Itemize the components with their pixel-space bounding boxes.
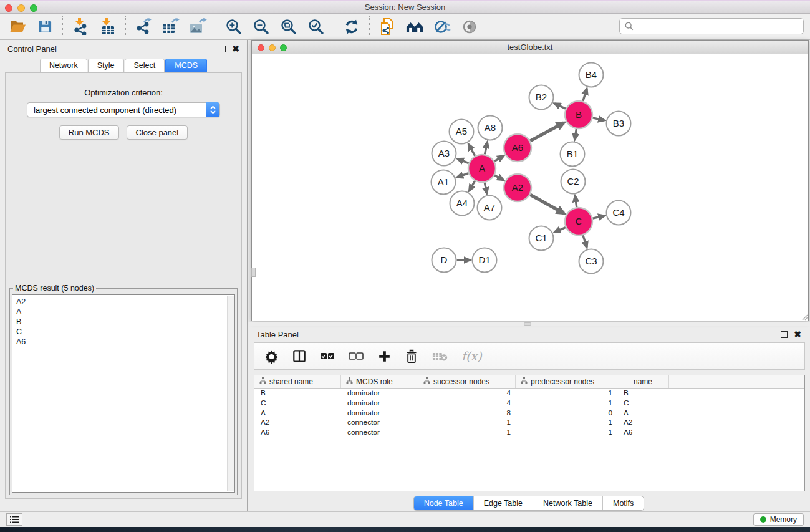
node-B3[interactable]: B3 (607, 112, 631, 136)
network-canvas[interactable]: B4B2BB3A8A5A6A3B1AC2A1A2A4A7C4CC1C3DD1 (252, 54, 808, 321)
cell-mcds_role[interactable]: connector (341, 428, 418, 438)
toggle-columns-icon[interactable] (292, 348, 306, 364)
tab-motifs[interactable]: Motifs (603, 496, 644, 510)
first-neighbors-icon[interactable] (406, 18, 423, 36)
node-A2[interactable]: A2 (504, 174, 531, 201)
edge-B-B1[interactable] (575, 129, 577, 140)
search-box[interactable] (619, 18, 804, 34)
cell-successor_nodes[interactable]: 1 (418, 418, 516, 428)
column-header-predecessor-nodes[interactable]: predecessor nodes (516, 375, 617, 388)
cell-name[interactable]: A6 (617, 428, 669, 438)
table-row[interactable]: Cdominator41C (254, 399, 804, 409)
cell-name[interactable]: C (617, 399, 669, 409)
edge-C-C3[interactable] (583, 235, 587, 248)
save-session-icon[interactable] (36, 18, 54, 36)
result-item[interactable]: A6 (16, 337, 231, 347)
memory-button[interactable]: Memory (753, 513, 804, 526)
edge-C-C4[interactable] (592, 216, 604, 218)
cell-name[interactable]: B (617, 389, 669, 399)
node-A4[interactable]: A4 (450, 191, 475, 216)
tab-select[interactable]: Select (125, 59, 165, 72)
edge-A-A7[interactable] (485, 183, 486, 193)
cell-predecessor_nodes[interactable]: 0 (516, 409, 617, 418)
cell-shared_name[interactable]: B (254, 389, 341, 399)
node-C3[interactable]: C3 (579, 249, 604, 274)
edge-A-A8[interactable] (485, 142, 488, 154)
export-image-icon[interactable] (190, 18, 207, 36)
cell-shared_name[interactable]: A2 (254, 418, 341, 428)
import-network-icon[interactable] (72, 18, 89, 36)
node-A[interactable]: A (468, 155, 496, 182)
cell-shared_name[interactable]: C (254, 399, 341, 409)
cell-predecessor_nodes[interactable]: 1 (516, 428, 617, 438)
splitter-grip[interactable] (524, 322, 531, 326)
edge-C-C2[interactable] (575, 196, 577, 207)
close-panel-icon[interactable]: ✖ (232, 46, 239, 52)
close-panel-button[interactable]: Close panel (127, 125, 188, 140)
tab-network[interactable]: Network (40, 59, 87, 72)
search-input[interactable] (637, 22, 798, 31)
export-network-icon[interactable] (135, 18, 152, 36)
node-table[interactable]: shared nameMCDS rolesuccessor nodesprede… (254, 375, 805, 491)
table-row[interactable]: Bdominator41B (254, 389, 804, 399)
float-panel-icon[interactable] (219, 46, 226, 52)
import-table-icon[interactable] (99, 18, 117, 36)
zoom-window-button[interactable] (30, 4, 37, 12)
edge-B-B2[interactable] (554, 104, 566, 109)
cell-mcds_role[interactable]: dominator (341, 389, 418, 399)
result-item[interactable]: C (16, 327, 231, 337)
column-header-MCDS-role[interactable]: MCDS role (341, 375, 418, 388)
cell-mcds_role[interactable]: connector (341, 418, 418, 428)
edge-A6-B[interactable] (530, 123, 564, 141)
node-D[interactable]: D (432, 248, 456, 273)
edge-A-A2[interactable] (494, 175, 503, 180)
add-column-icon[interactable] (377, 348, 391, 364)
edge-A-A3[interactable] (458, 159, 469, 163)
export-table-icon[interactable] (162, 18, 180, 36)
cell-name[interactable]: A (617, 409, 669, 418)
cell-mcds_role[interactable]: dominator (341, 399, 418, 409)
criterion-dropdown[interactable]: largest connected component (directed) (27, 102, 220, 117)
edge-A-A4[interactable] (470, 181, 475, 191)
canvas-side-grip[interactable] (251, 268, 256, 277)
edge-B-B4[interactable] (583, 89, 587, 101)
hide-selected-icon[interactable] (433, 18, 451, 36)
tab-mcds[interactable]: MCDS (165, 59, 207, 72)
task-history-button[interactable] (6, 513, 22, 526)
deselect-all-checkboxes-icon[interactable] (349, 348, 364, 364)
column-header-name[interactable]: name (617, 375, 669, 388)
delete-table-icon[interactable] (432, 348, 448, 364)
zoom-in-icon[interactable] (225, 18, 243, 36)
table-row[interactable]: A6connector11A6 (254, 428, 804, 438)
network-graph[interactable]: B4B2BB3A8A5A6A3B1AC2A1A2A4A7C4CC1C3DD1 (252, 54, 808, 321)
cell-name[interactable]: A2 (617, 418, 669, 428)
node-A7[interactable]: A7 (478, 196, 502, 220)
run-mcds-button[interactable]: Run MCDS (59, 125, 119, 140)
node-A5[interactable]: A5 (450, 120, 474, 144)
edge-A2-C[interactable] (530, 195, 564, 213)
tab-network-table[interactable]: Network Table (533, 496, 603, 510)
node-B2[interactable]: B2 (529, 85, 554, 110)
result-item[interactable]: B (16, 317, 231, 327)
cell-predecessor_nodes[interactable]: 1 (516, 399, 617, 409)
delete-columns-icon[interactable] (405, 348, 418, 364)
cell-successor_nodes[interactable]: 4 (418, 389, 516, 399)
node-C4[interactable]: C4 (607, 201, 631, 225)
table-settings-gear-icon[interactable] (264, 348, 279, 364)
cell-predecessor_nodes[interactable]: 1 (516, 418, 617, 428)
edge-B-B3[interactable] (592, 118, 604, 120)
new-network-from-selection-icon[interactable] (378, 18, 396, 36)
network-window-titlebar[interactable]: testGlobe.txt (252, 41, 808, 54)
cell-successor_nodes[interactable]: 8 (418, 409, 516, 418)
result-item[interactable]: A (16, 307, 231, 317)
window-resize-grip[interactable] (801, 313, 808, 321)
node-C[interactable]: C (565, 208, 592, 235)
cell-mcds_role[interactable]: dominator (341, 409, 418, 418)
result-scrollbar[interactable] (227, 296, 234, 491)
node-A3[interactable]: A3 (432, 142, 456, 166)
column-header-shared-name[interactable]: shared name (254, 375, 341, 388)
update-network-icon[interactable] (343, 18, 360, 36)
cell-shared_name[interactable]: A6 (254, 428, 341, 438)
table-row[interactable]: Adominator80A (254, 409, 804, 418)
open-session-icon[interactable] (9, 18, 26, 36)
